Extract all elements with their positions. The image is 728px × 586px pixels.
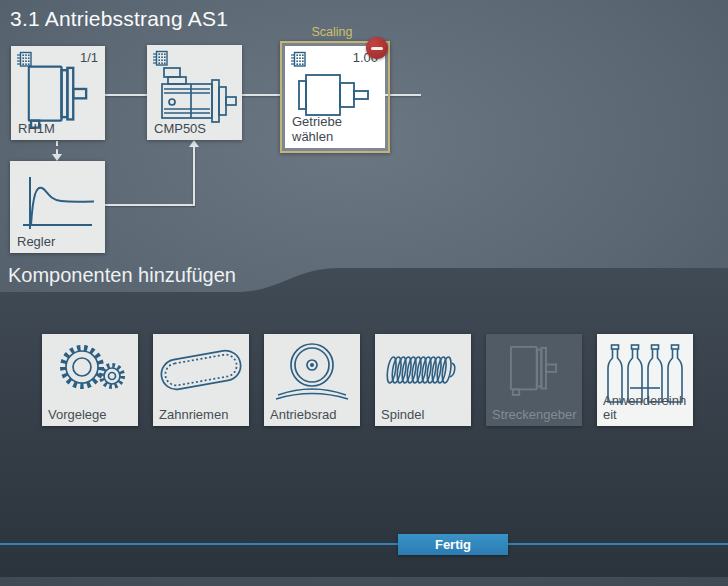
drive-wheel-icon [264, 338, 360, 402]
node-controller-regler[interactable]: Regler [10, 161, 105, 253]
scaling-label: Scaling [280, 25, 384, 39]
remove-gearbox-button[interactable] [366, 37, 388, 59]
node-label: Regler [17, 235, 101, 250]
tile-label: Zahnriemen [159, 408, 247, 423]
tile-label: Vorgelege [48, 408, 136, 423]
node-label: RH1M [18, 122, 101, 137]
arrow-down-icon [52, 154, 62, 161]
page-title: 3.1 Antriebsstrang AS1 [10, 7, 228, 31]
tile-streckengeber: Streckengeber [486, 334, 582, 426]
done-button[interactable]: Fertig [398, 534, 508, 555]
tile-zahnriemen[interactable]: Zahnriemen [153, 334, 249, 426]
connector-motor-gearbox [242, 94, 280, 96]
node-gearbox-choose[interactable]: 1.00 Getriebe wählen [285, 46, 385, 148]
tile-label: Streckengeber [492, 408, 580, 423]
spindle-icon [375, 338, 471, 402]
node-label: Getriebe wählen [292, 115, 381, 145]
tile-anwendereinheit[interactable]: Anwendereinheit [597, 334, 693, 426]
tile-label: Anwendereinheit [603, 394, 691, 423]
tile-spindel[interactable]: Spindel [375, 334, 471, 426]
belt-icon [153, 338, 249, 402]
tile-antriebsrad[interactable]: Antriebsrad [264, 334, 360, 426]
connector-encoder-motor [105, 94, 147, 96]
tile-vorgelege[interactable]: Vorgelege [42, 334, 138, 426]
node-motor-cmp50s[interactable]: CMP50S [147, 45, 242, 140]
gears-icon [42, 338, 138, 402]
node-label: CMP50S [154, 122, 238, 137]
drivetrain-configurator-window: 3.1 Antriebsstrang AS1 1/1 [0, 0, 728, 586]
connector-encoder-controller-dashed [56, 141, 58, 154]
node-encoder-rh1m[interactable]: 1/1 RH1M [11, 46, 105, 140]
connector-controller-feedback-v [193, 147, 195, 206]
connector-controller-feedback-h [105, 204, 195, 206]
minus-icon [371, 47, 383, 50]
arrow-up-icon [189, 140, 199, 147]
tile-label: Antriebsrad [270, 408, 358, 423]
linear-encoder-icon [486, 338, 582, 402]
footer-accent-line [0, 543, 728, 545]
components-section-header: Komponenten hinzufügen [8, 264, 236, 287]
tile-label: Spindel [381, 408, 469, 423]
